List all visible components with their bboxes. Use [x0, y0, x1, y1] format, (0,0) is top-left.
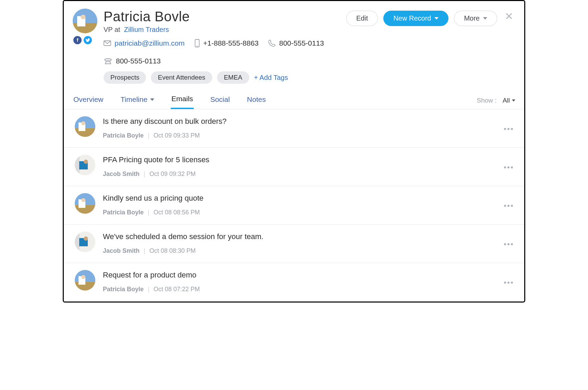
email-subject: We've scheduled a demo session for your … [103, 232, 494, 241]
edit-button[interactable]: Edit [346, 11, 378, 26]
show-label: Show : [477, 97, 497, 104]
row-more-icon[interactable] [502, 241, 515, 248]
svg-point-11 [511, 205, 513, 207]
phone2-number[interactable]: 800-555-0113 [116, 57, 161, 65]
separator: | [148, 132, 149, 139]
header-actions: Edit New Record More ✕ [346, 11, 515, 26]
email-meta: Patricia Boyle|Oct 08 07:22 PM [103, 286, 494, 293]
row-more-icon[interactable] [502, 202, 515, 209]
email-meta: Jacob Smith|Oct 08 08:30 PM [103, 247, 494, 255]
chevron-down-icon [434, 17, 439, 20]
mobile-item: +1-888-555-8863 [194, 39, 259, 47]
email-meta: Patricia Boyle|Oct 08 08:56 PM [103, 209, 494, 216]
social-links: f [73, 36, 92, 44]
new-record-button[interactable]: New Record [383, 11, 448, 26]
email-meta: Jacob Smith|Oct 09 09:32 PM [103, 170, 494, 178]
contact-info: Patricia Bovle VP at Zillium Traders pat… [104, 9, 340, 85]
svg-point-17 [511, 282, 513, 284]
role-text: VP at [104, 26, 120, 33]
show-filter[interactable]: Show : All [477, 97, 516, 109]
contact-subtitle: VP at Zillium Traders [104, 26, 340, 34]
tabs-bar: OverviewTimelineEmailsSocialNotes Show :… [64, 85, 524, 109]
email-time: Oct 09 09:33 PM [154, 132, 200, 139]
sender-avatar [75, 270, 95, 291]
email-item: patriciab@zillium.com [104, 39, 185, 47]
sender-name: Patricia Boyle [103, 132, 144, 139]
tab-notes[interactable]: Notes [246, 95, 266, 109]
email-meta: Patricia Boyle|Oct 09 09:33 PM [103, 132, 494, 139]
email-row[interactable]: PFA Pricing quote for 5 licensesJacob Sm… [64, 148, 524, 186]
tabs: OverviewTimelineEmailsSocialNotes [73, 95, 266, 109]
company-link[interactable]: Zillium Traders [124, 26, 169, 33]
contact-avatar[interactable] [73, 9, 97, 33]
row-more-icon[interactable] [502, 279, 515, 286]
email-subject: Request for a product demo [103, 271, 494, 280]
email-link[interactable]: patriciab@zillium.com [115, 39, 185, 47]
row-more-icon[interactable] [502, 164, 515, 171]
tab-timeline[interactable]: Timeline [120, 95, 155, 109]
phone-icon [268, 39, 276, 47]
facebook-icon[interactable]: f [73, 36, 82, 44]
phone1-number[interactable]: 800-555-0113 [279, 39, 324, 47]
tag-pill[interactable]: EMEA [217, 71, 249, 84]
tag-pill[interactable]: Prospects [104, 71, 146, 84]
email-subject: Is there any discount on bulk orders? [103, 117, 494, 126]
email-row[interactable]: Kindly send us a pricing quotePatricia B… [64, 186, 524, 225]
email-body: PFA Pricing quote for 5 licensesJacob Sm… [103, 155, 494, 178]
svg-point-13 [507, 243, 509, 245]
tab-overview[interactable]: Overview [73, 95, 104, 109]
tab-emails[interactable]: Emails [171, 95, 194, 109]
phone1-item: 800-555-0113 [268, 39, 324, 47]
email-body: Kindly send us a pricing quotePatricia B… [103, 193, 494, 216]
mobile-icon [194, 39, 200, 47]
email-body: Is there any discount on bulk orders?Pat… [103, 116, 494, 139]
svg-point-5 [511, 128, 513, 130]
email-row[interactable]: Request for a product demoPatricia Boyle… [64, 263, 524, 302]
email-subject: Kindly send us a pricing quote [103, 194, 494, 203]
sender-avatar [75, 193, 95, 214]
twitter-icon[interactable] [84, 36, 92, 44]
tab-social[interactable]: Social [209, 95, 230, 109]
email-time: Oct 08 07:22 PM [154, 286, 200, 293]
avatar-column: f [73, 9, 97, 44]
email-list: Is there any discount on bulk orders?Pat… [64, 109, 524, 302]
svg-point-9 [504, 205, 506, 207]
svg-point-16 [507, 282, 509, 284]
email-time: Oct 08 08:30 PM [149, 247, 196, 255]
new-record-label: New Record [393, 14, 431, 22]
svg-point-7 [507, 166, 509, 168]
chevron-down-icon [483, 17, 487, 20]
desk-phone-icon [104, 58, 112, 64]
email-row[interactable]: We've scheduled a demo session for your … [64, 225, 524, 263]
email-row[interactable]: Is there any discount on bulk orders?Pat… [64, 109, 524, 148]
sender-avatar [75, 232, 95, 252]
email-time: Oct 08 08:56 PM [154, 209, 200, 216]
add-tags-link[interactable]: + Add Tags [254, 74, 288, 82]
show-value: All [503, 97, 510, 104]
svg-point-4 [507, 128, 509, 130]
svg-point-10 [507, 205, 509, 207]
envelope-icon [104, 40, 111, 46]
tag-pill[interactable]: Event Attendees [151, 71, 212, 84]
sender-name: Jacob Smith [103, 170, 140, 178]
contact-row: patriciab@zillium.com +1-888-555-8863 80… [104, 39, 340, 65]
separator: | [148, 286, 149, 293]
svg-point-15 [504, 282, 506, 284]
contact-detail-panel: f Patricia Bovle VP at Zillium Traders p… [63, 0, 525, 303]
svg-point-8 [511, 166, 513, 168]
svg-point-12 [504, 243, 506, 245]
chevron-down-icon [150, 98, 154, 101]
svg-point-6 [504, 166, 506, 168]
sender-avatar [75, 116, 95, 137]
tags-row: Prospects Event Attendees EMEA + Add Tag… [104, 71, 340, 85]
more-button[interactable]: More [454, 11, 497, 26]
contact-name: Patricia Bovle [104, 9, 340, 24]
sender-avatar [75, 155, 95, 175]
row-more-icon[interactable] [502, 126, 515, 132]
sender-name: Jacob Smith [103, 247, 140, 255]
svg-point-3 [504, 128, 506, 130]
chevron-down-icon [512, 99, 515, 102]
mobile-number[interactable]: +1-888-555-8863 [203, 39, 259, 47]
more-label: More [464, 14, 480, 22]
close-icon[interactable]: ✕ [503, 11, 515, 22]
